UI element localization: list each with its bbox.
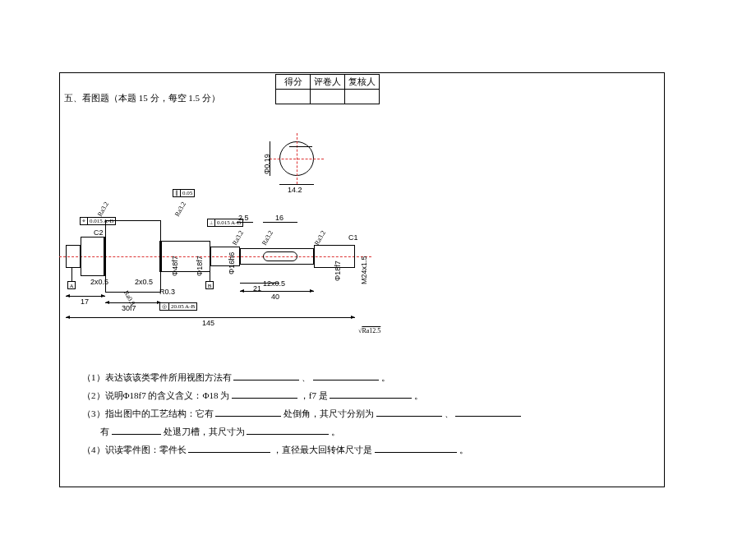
dim-40-line bbox=[240, 291, 314, 292]
q4: （4）识读零件图：零件长 ，直径最大回转体尺寸是 。 bbox=[82, 440, 575, 459]
datum-a: A bbox=[67, 281, 76, 289]
dia-18f7: Φ18f7 bbox=[196, 256, 204, 276]
datum-b-leader bbox=[210, 266, 210, 281]
score-cell-1 bbox=[276, 90, 311, 104]
shaft-step-1 bbox=[66, 245, 81, 268]
q3b: 处倒角，其尺寸分别为 bbox=[284, 408, 374, 418]
m24x15: M24x1.5 bbox=[360, 256, 368, 284]
dim-145-line bbox=[66, 317, 355, 318]
score-header-1: 得分 bbox=[276, 75, 311, 90]
fcf-mid-sym: ⟂ bbox=[207, 219, 215, 227]
ra-general: √Ra12.5 bbox=[358, 327, 380, 334]
dim-019: Φ0.19 bbox=[263, 154, 271, 174]
datum-b: B bbox=[205, 281, 214, 289]
dia-18f7-r: Φ18f7 bbox=[334, 261, 342, 281]
dia-16h6: Φ16h6 bbox=[228, 252, 236, 274]
dim-30-ar bbox=[157, 301, 161, 304]
dim-30-al bbox=[105, 301, 109, 304]
q1-blank2 bbox=[313, 371, 379, 380]
section-title: 五、看图题（本题 15 分，每空 1.5 分） bbox=[64, 92, 220, 104]
dim-40: 40 bbox=[271, 293, 279, 301]
q2-blank1 bbox=[232, 389, 297, 399]
fcf-top-val: 0.05 bbox=[181, 189, 195, 197]
fcf-top: ∥ 0.05 bbox=[173, 189, 195, 197]
score-header-3: 复核人 bbox=[345, 75, 380, 90]
fcf-bot-val: 20.05 A-B bbox=[169, 302, 197, 311]
dim-16-line bbox=[263, 222, 297, 223]
q3: （3）指出图中的工艺结构：它有 处倒角，其尺寸分别为 、 bbox=[82, 404, 575, 422]
q1-blank1 bbox=[233, 371, 299, 380]
datum-a-leader bbox=[71, 268, 72, 281]
groove-mark-2 bbox=[159, 241, 160, 272]
r-small: R0.3 bbox=[159, 288, 175, 296]
ra-1: Ra3.2 bbox=[96, 201, 110, 218]
dim-14p2-line bbox=[279, 184, 314, 185]
q3-blank3 bbox=[455, 407, 521, 417]
q4-blank1 bbox=[188, 443, 270, 453]
dim-21-line bbox=[240, 283, 279, 284]
dim-40-ar bbox=[310, 289, 314, 293]
questions-block: （1）表达该该类零件所用视图方法有 、 。 （2）说明Φ18f7 的含义含义：Φ… bbox=[82, 368, 575, 459]
end-view-center-v bbox=[297, 133, 297, 184]
q1: （1）表达该该类零件所用视图方法有 、 。 bbox=[82, 368, 575, 386]
dim-40-al bbox=[240, 289, 244, 293]
dim-14p2: 14.2 bbox=[288, 186, 302, 194]
q3-line2: 有 处退刀槽，其尺寸为 。 bbox=[82, 422, 575, 440]
ra-5: Ra3.2 bbox=[313, 229, 327, 247]
q4-blank2 bbox=[375, 443, 457, 453]
q1-sep: 、 bbox=[302, 372, 311, 382]
score-cell-2 bbox=[311, 90, 345, 104]
q3-end: 。 bbox=[331, 427, 340, 436]
fcf-left: ⌖ 0.015 A-B bbox=[80, 217, 116, 225]
q3-blank4 bbox=[112, 425, 161, 435]
fcf-top-sym: ∥ bbox=[173, 189, 181, 197]
q2-end: 。 bbox=[414, 390, 423, 400]
score-table: 得分 评卷人 复核人 bbox=[275, 74, 380, 104]
dim-17-line bbox=[66, 296, 105, 297]
q3a: （3）指出图中的工艺结构：它有 bbox=[82, 408, 214, 418]
q3-blank1 bbox=[215, 407, 281, 417]
dim-16: 16 bbox=[275, 214, 284, 222]
keyway-slot bbox=[263, 251, 297, 261]
q3c: 有 bbox=[100, 427, 109, 436]
chamfer-c1: C1 bbox=[348, 233, 358, 242]
q3d: 处退刀槽，其尺寸为 bbox=[164, 427, 245, 436]
score-header-2: 评卷人 bbox=[311, 75, 345, 90]
score-cell-3 bbox=[345, 90, 380, 104]
dim-17-ar bbox=[101, 294, 105, 297]
engineering-drawing: 14.2 Φ0.19 ⌖ 0.015 A-B ⟂ 0.015 A-B ∥ 0.0… bbox=[66, 123, 427, 353]
dim-145: 145 bbox=[202, 319, 214, 327]
dim-17-al bbox=[66, 294, 70, 297]
dia-48f7: Φ48f7 bbox=[171, 256, 179, 276]
q1-end: 。 bbox=[381, 372, 390, 382]
fcf-left-sym: ⌖ bbox=[80, 217, 88, 225]
q2-blank2 bbox=[330, 389, 412, 399]
q4a: （4）识读零件图：零件长 bbox=[82, 445, 187, 454]
dim-21: 21 bbox=[253, 284, 261, 293]
groove-2x05-r: 2x0.5 bbox=[135, 278, 153, 286]
groove-12x05: 12x0.5 bbox=[263, 279, 285, 288]
end-view-flat bbox=[289, 146, 312, 147]
dim-30-line bbox=[105, 302, 161, 303]
q4-end: 。 bbox=[459, 445, 468, 454]
dim-2p5-line bbox=[237, 222, 253, 223]
groove-2x05-l: 2x0.5 bbox=[90, 278, 108, 286]
dim-145-al bbox=[66, 316, 70, 319]
dim-30f7: 30f7 bbox=[122, 304, 136, 312]
q2b: ，f7 是 bbox=[300, 390, 328, 400]
q3-blank5 bbox=[247, 425, 329, 435]
dim-145-ar bbox=[351, 316, 355, 319]
q4b: ，直径最大回转体尺寸是 bbox=[273, 445, 372, 454]
ra-4: Ra3.2 bbox=[260, 229, 274, 247]
ra-3: Ra3.2 bbox=[231, 229, 245, 247]
fcf-bot: ◎ 20.05 A-B bbox=[159, 302, 197, 311]
q3-sep: 、 bbox=[445, 408, 454, 418]
q3-blank2 bbox=[376, 407, 442, 417]
q1-text: （1）表达该该类零件所用视图方法有 bbox=[82, 372, 232, 382]
chamfer-c2: C2 bbox=[94, 228, 104, 237]
dim-17: 17 bbox=[81, 297, 89, 306]
dim-2p5: 2.5 bbox=[238, 214, 249, 222]
shaft-step-2 bbox=[81, 237, 105, 276]
q2a: （2）说明Φ18f7 的含义含义：Φ18 为 bbox=[82, 390, 229, 400]
ra-2: Ra3.2 bbox=[173, 201, 187, 218]
